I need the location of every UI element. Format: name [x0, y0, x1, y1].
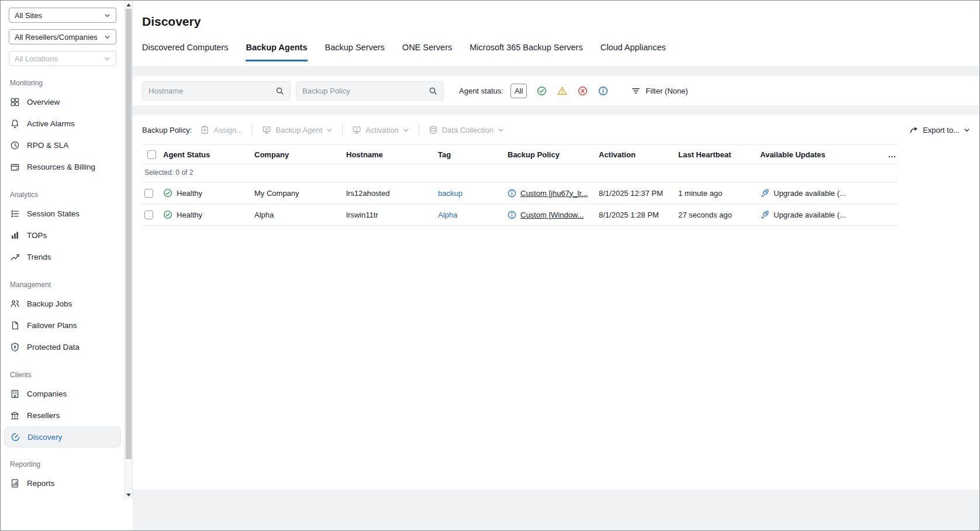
agents-table-wrap: Agent Status Company Hostname Tag Backup…: [133, 144, 979, 226]
column-options-button[interactable]: ...: [886, 145, 898, 164]
select-all-checkbox[interactable]: [147, 150, 156, 159]
sidebar-scrollbar[interactable]: [125, 1, 133, 530]
page-title: Discovery: [133, 15, 979, 29]
sidebar-item-active-alarms[interactable]: Active Alarms: [1, 113, 125, 135]
sidebar-item-companies[interactable]: Companies: [1, 383, 125, 405]
info-status-filter-icon[interactable]: [598, 86, 608, 96]
hostname-value: lrs12ahosted: [346, 189, 389, 198]
all-sites-select[interactable]: All Sites: [9, 8, 116, 23]
selection-summary: Selected: 0 of 2: [144, 168, 193, 177]
section-label-management: Management: [1, 268, 125, 293]
sidebar-item-backup-jobs[interactable]: Backup Jobs: [1, 293, 125, 315]
tab-bar: Discovered Computers Backup Agents Backu…: [133, 43, 979, 61]
scrollbar-track[interactable]: [125, 1, 133, 499]
tab-m365-backup-servers[interactable]: Microsoft 365 Backup Servers: [470, 43, 582, 61]
sidebar-item-label: Session States: [27, 209, 80, 218]
actions-toolbar: Backup Policy: Assign... Backup Agent Ac…: [133, 115, 979, 144]
activation-icon: [352, 125, 361, 135]
bank-icon: [10, 411, 20, 420]
sidebar: All Sites All Resellers/Companies All Lo…: [1, 1, 125, 530]
error-status-filter-icon[interactable]: [578, 86, 588, 96]
filter-none-button[interactable]: Filter (None): [632, 87, 688, 95]
sidebar-scope-filters: All Sites All Resellers/Companies All Lo…: [1, 8, 125, 66]
tab-discovered-computers[interactable]: Discovered Computers: [142, 43, 228, 61]
tab-cloud-appliances[interactable]: Cloud Appliances: [601, 43, 666, 61]
backup-policy-link[interactable]: Custom [Window...: [520, 211, 584, 219]
sidebar-item-failover-plans[interactable]: Failover Plans: [1, 315, 125, 336]
hostname-search: [142, 81, 291, 101]
sidebar-item-label: Overview: [27, 98, 60, 106]
warning-status-filter-icon[interactable]: [557, 86, 567, 96]
assign-icon: [200, 125, 209, 135]
column-header-activation[interactable]: Activation: [596, 145, 676, 164]
trend-icon: [10, 252, 20, 262]
search-icon[interactable]: [429, 87, 437, 95]
row-checkbox[interactable]: [144, 211, 153, 219]
policy-info-icon[interactable]: [508, 189, 516, 198]
sidebar-item-label: Resellers: [27, 411, 60, 420]
scroll-up-button[interactable]: [125, 1, 132, 9]
chevron-down-icon: [403, 127, 409, 133]
sidebar-item-resources-billing[interactable]: Resources & Billing: [1, 156, 125, 178]
hostname-search-input[interactable]: [149, 87, 271, 95]
column-header-company[interactable]: Company: [252, 145, 344, 164]
backup-policy-search-input[interactable]: [302, 87, 424, 95]
available-updates-value: Upgrade available (...: [774, 211, 846, 219]
chevron-down-icon: [326, 127, 333, 133]
sidebar-item-trends[interactable]: Trends: [1, 246, 125, 268]
column-header-hostname[interactable]: Hostname: [344, 145, 436, 164]
column-header-tag[interactable]: Tag: [436, 145, 505, 164]
scrollbar-thumb[interactable]: [126, 9, 132, 459]
row-checkbox[interactable]: [144, 189, 153, 198]
available-updates-value: Upgrade available (...: [774, 189, 846, 198]
column-header-agent-status[interactable]: Agent Status: [161, 145, 252, 164]
agent-status-filter-icons: [537, 86, 608, 96]
scroll-down-button[interactable]: [125, 491, 132, 499]
radar-icon: [11, 432, 20, 442]
all-resellers-select[interactable]: All Resellers/Companies: [9, 29, 116, 44]
app-window: All Sites All Resellers/Companies All Lo…: [0, 0, 980, 531]
bar-chart-icon: [10, 230, 20, 240]
tag-link[interactable]: Alpha: [438, 211, 457, 219]
column-header-backup-policy[interactable]: Backup Policy: [505, 145, 596, 164]
all-locations-select: All Locations: [9, 51, 116, 66]
data-collection-menu-button: Data Collection: [429, 125, 504, 135]
all-locations-value: All Locations: [15, 54, 58, 63]
export-to-button[interactable]: Export to...: [909, 125, 970, 135]
tag-link[interactable]: backup: [438, 189, 463, 198]
sidebar-item-protected-data[interactable]: Protected Data: [1, 336, 125, 358]
sidebar-item-discovery[interactable]: Discovery: [4, 426, 121, 447]
shield-icon: [10, 342, 20, 352]
report-icon: [10, 478, 20, 488]
tab-backup-agents[interactable]: Backup Agents: [246, 43, 307, 61]
search-icon[interactable]: [275, 87, 284, 95]
sidebar-item-reports[interactable]: Reports: [1, 473, 125, 494]
table-row[interactable]: Healthy My Company lrs12ahosted backup C…: [142, 182, 898, 204]
agent-status-all-button[interactable]: All: [510, 84, 527, 98]
sidebar-item-overview[interactable]: Overview: [1, 91, 125, 113]
section-label-monitoring: Monitoring: [1, 66, 125, 91]
tab-backup-servers[interactable]: Backup Servers: [325, 43, 385, 61]
sidebar-item-label: Failover Plans: [27, 321, 77, 330]
tab-one-servers[interactable]: ONE Servers: [402, 43, 452, 61]
sidebar-item-rpo-sla[interactable]: RPO & SLA: [1, 135, 125, 156]
database-icon: [429, 125, 438, 135]
column-header-available-updates[interactable]: Available Updates: [758, 145, 886, 164]
agent-status-value: Healthy: [177, 211, 202, 219]
backup-policy-link[interactable]: Custom [jhu67y_lr...: [520, 189, 588, 198]
all-sites-value: All Sites: [15, 11, 42, 20]
backup-agent-menu-button: Backup Agent: [262, 125, 333, 135]
sidebar-item-resellers[interactable]: Resellers: [1, 405, 125, 426]
sidebar-item-session-states[interactable]: Session States: [1, 203, 125, 225]
table-header-row: Agent Status Company Hostname Tag Backup…: [142, 145, 898, 164]
sidebar-item-label: TOPs: [27, 231, 47, 240]
policy-info-icon[interactable]: [508, 211, 516, 219]
table-row[interactable]: Healthy Alpha lrswin11tr Alpha Custom [W…: [142, 204, 898, 226]
column-header-last-heartbeat[interactable]: Last Heartbeat: [676, 145, 758, 164]
toolbar-divider: [342, 123, 343, 136]
sidebar-item-tops[interactable]: TOPs: [1, 225, 125, 246]
backup-policy-search: [296, 81, 444, 101]
healthy-status-filter-icon[interactable]: [537, 86, 547, 96]
backup-agent-icon: [262, 125, 271, 135]
company-value: My Company: [254, 189, 299, 198]
